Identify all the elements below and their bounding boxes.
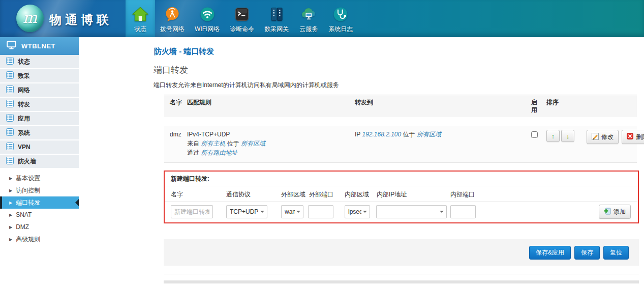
edit-button[interactable]: 修改 [587,130,619,144]
triangle-bullet-icon: ▶ [9,188,12,193]
rule-forward-to: IP 192.168.2.100 位于 所有区域 [355,130,531,139]
delete-icon [627,133,633,141]
label-internal-ip: 内部IP地址 [377,190,407,199]
table-row: dmz IPv4-TCP+UDP 来自 所有主机 位于 所有区域 通过 所有路由… [164,126,637,163]
rule-source: 来自 所有主机 位于 所有区域 [187,139,355,148]
from-label: 来自 [187,140,199,147]
sidebar-subitem-snat[interactable]: ▶ SNAT [0,209,79,221]
top-tab-diagnostics[interactable]: 诊断命令 [225,0,259,37]
sidebar-item-network[interactable]: 网络 [0,83,79,97]
top-tab-wifi-network[interactable]: WIFI网络 [190,0,225,37]
sidebar-item-vpn[interactable]: VPN [0,140,79,154]
at-label: 位于 [227,140,239,147]
sidebar-subitem-label: 访问控制 [16,186,40,195]
sidebar: WTBLNET 状态 数采 网络 转发 应用 系统 VPN 防火墙 ▶ 基本设置… [0,37,79,284]
table-header-row: 名字 匹配规则 转发到 启用 排序 [164,95,637,117]
column-header-name: 名字 [164,99,187,114]
sidebar-item-apps[interactable]: 应用 [0,112,79,125]
top-tab-label: 云服务 [299,25,318,34]
list-icon [6,157,14,166]
sidebar-item-system[interactable]: 系统 [0,126,79,139]
list-icon [6,100,14,109]
from-zone-link[interactable]: 所有区域 [241,140,265,147]
list-icon [6,143,14,152]
protocol-select-wrap: TCP+UDP [226,205,267,218]
external-zone-select-wrap: wan [281,205,303,218]
sidebar-subitem-port-forwarding[interactable]: ▶ 端口转发 [0,196,79,209]
sidebar-item-label: 网络 [18,86,30,95]
ip-at-label: 位于 [403,131,415,138]
action-bar: 保存&应用 保存 复位 [164,239,639,266]
sidebar-subitem-dmz[interactable]: ▶ DMZ [0,221,79,233]
rule-name: dmz [164,130,187,139]
top-tab-dial-network[interactable]: 拨号网络 [155,0,190,37]
sidebar-subitem-access-control[interactable]: ▶ 访问控制 [0,184,79,196]
sidebar-item-status[interactable]: 状态 [0,55,79,68]
sidebar-item-label: 防火墙 [18,157,36,166]
label-name: 名字 [171,190,183,199]
list-icon [6,71,14,80]
page-title: 防火墙 - 端口转发 [154,47,214,56]
add-icon [604,208,611,216]
top-tab-label: 诊断命令 [230,25,254,34]
internal-port-input[interactable] [450,205,476,218]
top-tab-label: 数采网关 [264,25,289,34]
rule-via: 通过 所有路由地址 [187,148,355,157]
list-icon [6,114,14,123]
brand-name: 物通博联 [49,12,112,28]
save-apply-button[interactable]: 保存&应用 [529,246,571,260]
sidebar-subitem-label: SNAT [16,211,32,218]
brand-logo-icon: m [16,5,44,32]
new-forward-title: 新建端口转发: [165,172,638,186]
label-internal-port: 内部端口 [450,190,475,199]
sort-down-button[interactable]: ↓ [561,130,574,142]
external-port-input[interactable] [308,205,333,218]
sidebar-item-label: VPN [18,144,30,151]
sidebar-subitem-advanced-rules[interactable]: ▶ 高级规则 [0,233,79,245]
gateway-icon [268,6,285,23]
sidebar-item-label: 系统 [18,129,30,137]
sort-up-button[interactable]: ↑ [546,130,560,142]
triangle-bullet-icon: ▶ [9,176,12,181]
arrow-down-icon: ↓ [566,132,570,140]
top-tab-system-log[interactable]: 系统日志 [323,0,358,37]
add-button-label: 添加 [614,208,626,216]
delete-button-label: 删除 [636,133,644,141]
save-button[interactable]: 保存 [574,246,600,260]
sidebar-item-forwarding[interactable]: 转发 [0,98,79,111]
sidebar-item-data-collect[interactable]: 数采 [0,69,79,82]
enable-checkbox[interactable] [531,131,538,138]
top-bar: m 物通博联 状态 拨号网络 WIFI网络 诊断命令 [0,0,644,37]
sidebar-item-firewall[interactable]: 防火墙 [0,155,79,168]
triangle-bullet-icon: ▶ [9,237,12,242]
device-name: WTBLNET [21,42,55,50]
internal-ip-select[interactable] [376,205,447,218]
external-zone-select[interactable]: wan [281,205,303,218]
rule-actions-cell: ↑ ↓ 修改 删除 [542,130,644,144]
sidebar-subitem-basic-settings[interactable]: ▶ 基本设置 [0,172,79,184]
from-host-link[interactable]: 所有主机 [201,140,225,147]
add-button[interactable]: 添加 [599,205,631,219]
edit-icon [592,133,599,141]
internal-zone-select[interactable]: ipsec [345,205,370,218]
triangle-bullet-icon: ▶ [9,225,12,230]
sidebar-subitem-label: 基本设置 [16,174,40,183]
list-icon [6,128,14,137]
protocol-select[interactable]: TCP+UDP [226,205,267,218]
top-tab-cloud-service[interactable]: 云服务 [294,0,323,37]
top-tab-label: 拨号网络 [160,25,185,34]
sidebar-header: WTBLNET [0,37,79,55]
delete-button[interactable]: 删除 [622,130,644,144]
internal-ip-select-wrap [376,205,447,218]
ip-value[interactable]: 192.168.2.100 [362,131,401,138]
top-tab-data-gateway[interactable]: 数采网关 [259,0,294,37]
reset-button[interactable]: 复位 [603,246,629,260]
terminal-icon [233,6,251,23]
syslog-icon [332,6,349,23]
new-port-forward-section: 新建端口转发: 名字 通信协议 外部区域 外部端口 内部区域 内部IP地址 内部… [164,171,639,223]
ip-zone-link[interactable]: 所有区域 [417,131,441,138]
top-tab-status[interactable]: 状态 [126,0,155,37]
sidebar-subitem-label: 端口转发 [16,198,40,207]
name-input[interactable] [171,205,213,218]
via-route-link[interactable]: 所有路由地址 [201,149,237,156]
